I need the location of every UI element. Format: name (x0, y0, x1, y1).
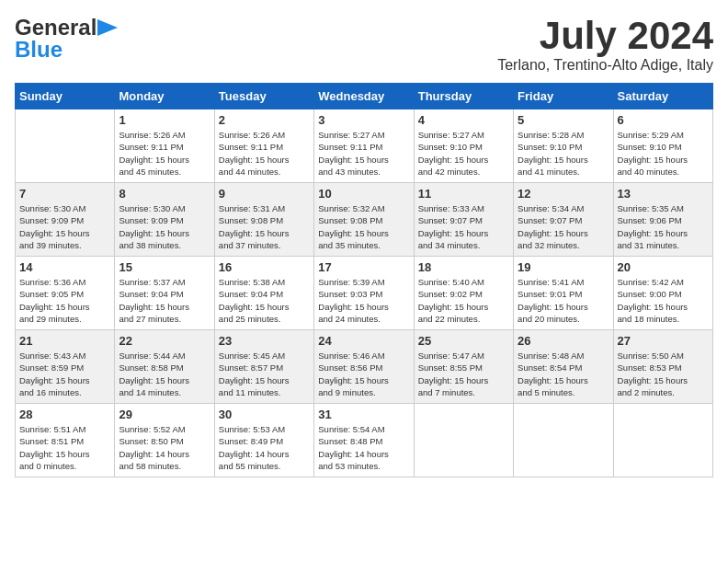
day-info: Sunrise: 5:27 AM Sunset: 9:10 PM Dayligh… (418, 129, 509, 178)
calendar-cell: 28Sunrise: 5:51 AM Sunset: 8:51 PM Dayli… (16, 404, 115, 477)
calendar-cell: 20Sunrise: 5:42 AM Sunset: 9:00 PM Dayli… (613, 257, 712, 330)
day-info: Sunrise: 5:30 AM Sunset: 9:09 PM Dayligh… (19, 202, 110, 251)
day-number: 11 (418, 187, 509, 201)
calendar-cell: 6Sunrise: 5:29 AM Sunset: 9:10 PM Daylig… (613, 109, 712, 183)
calendar-week-row: 28Sunrise: 5:51 AM Sunset: 8:51 PM Dayli… (16, 404, 713, 477)
calendar-cell: 4Sunrise: 5:27 AM Sunset: 9:10 PM Daylig… (414, 109, 513, 183)
calendar-cell: 5Sunrise: 5:28 AM Sunset: 9:10 PM Daylig… (514, 109, 613, 183)
weekday-header-saturday: Saturday (613, 84, 712, 109)
calendar-cell: 18Sunrise: 5:40 AM Sunset: 9:02 PM Dayli… (414, 257, 513, 330)
day-info: Sunrise: 5:32 AM Sunset: 9:08 PM Dayligh… (318, 202, 409, 251)
day-number: 26 (518, 334, 609, 348)
weekday-header-tuesday: Tuesday (214, 84, 313, 109)
day-info: Sunrise: 5:37 AM Sunset: 9:04 PM Dayligh… (119, 276, 210, 325)
day-number: 22 (119, 334, 210, 348)
day-number: 13 (618, 187, 709, 201)
calendar-cell: 13Sunrise: 5:35 AM Sunset: 9:06 PM Dayli… (613, 183, 712, 257)
day-number: 20 (618, 260, 709, 274)
calendar-cell: 27Sunrise: 5:50 AM Sunset: 8:53 PM Dayli… (613, 330, 712, 404)
calendar-cell: 7Sunrise: 5:30 AM Sunset: 9:09 PM Daylig… (16, 183, 115, 257)
weekday-header-row: SundayMondayTuesdayWednesdayThursdayFrid… (16, 84, 713, 109)
day-number: 29 (119, 408, 210, 421)
calendar-cell: 10Sunrise: 5:32 AM Sunset: 9:08 PM Dayli… (314, 183, 414, 257)
day-number: 24 (318, 334, 409, 348)
day-info: Sunrise: 5:40 AM Sunset: 9:02 PM Dayligh… (418, 276, 509, 325)
day-number: 17 (318, 260, 409, 274)
weekday-header-friday: Friday (514, 84, 613, 109)
day-number: 3 (318, 113, 409, 127)
day-number: 21 (19, 334, 110, 348)
weekday-header-monday: Monday (115, 84, 214, 109)
calendar-cell: 23Sunrise: 5:45 AM Sunset: 8:57 PM Dayli… (214, 330, 313, 404)
calendar-cell: 15Sunrise: 5:37 AM Sunset: 9:04 PM Dayli… (115, 257, 214, 330)
day-number: 23 (219, 334, 310, 348)
svg-marker-0 (97, 19, 118, 36)
day-number: 2 (219, 113, 310, 127)
day-info: Sunrise: 5:35 AM Sunset: 9:06 PM Dayligh… (618, 202, 709, 251)
day-info: Sunrise: 5:51 AM Sunset: 8:51 PM Dayligh… (19, 423, 110, 472)
day-info: Sunrise: 5:34 AM Sunset: 9:07 PM Dayligh… (518, 202, 609, 251)
weekday-header-wednesday: Wednesday (314, 84, 414, 109)
page-header: General Blue July 2024 Terlano, Trentino… (15, 15, 713, 74)
calendar-cell: 12Sunrise: 5:34 AM Sunset: 9:07 PM Dayli… (514, 183, 613, 257)
calendar-cell: 1Sunrise: 5:26 AM Sunset: 9:11 PM Daylig… (115, 109, 214, 183)
day-info: Sunrise: 5:53 AM Sunset: 8:49 PM Dayligh… (219, 423, 310, 472)
calendar-cell: 21Sunrise: 5:43 AM Sunset: 8:59 PM Dayli… (16, 330, 115, 404)
day-number: 14 (19, 260, 110, 274)
day-info: Sunrise: 5:29 AM Sunset: 9:10 PM Dayligh… (618, 129, 709, 178)
calendar-cell: 19Sunrise: 5:41 AM Sunset: 9:01 PM Dayli… (514, 257, 613, 330)
day-info: Sunrise: 5:47 AM Sunset: 8:55 PM Dayligh… (418, 350, 509, 398)
day-number: 4 (418, 113, 509, 127)
weekday-header-thursday: Thursday (414, 84, 513, 109)
title-area: July 2024 Terlano, Trentino-Alto Adige, … (497, 15, 713, 74)
calendar-cell: 2Sunrise: 5:26 AM Sunset: 9:11 PM Daylig… (214, 109, 313, 183)
day-number: 9 (219, 187, 310, 201)
calendar-cell (414, 404, 513, 477)
calendar-cell: 8Sunrise: 5:30 AM Sunset: 9:09 PM Daylig… (115, 183, 214, 257)
day-number: 27 (618, 334, 709, 348)
calendar-cell (16, 109, 115, 183)
day-number: 18 (418, 260, 509, 274)
day-number: 7 (19, 187, 110, 201)
location-subtitle: Terlano, Trentino-Alto Adige, Italy (497, 57, 713, 74)
calendar-cell: 14Sunrise: 5:36 AM Sunset: 9:05 PM Dayli… (16, 257, 115, 330)
day-info: Sunrise: 5:36 AM Sunset: 9:05 PM Dayligh… (19, 276, 110, 325)
day-info: Sunrise: 5:50 AM Sunset: 8:53 PM Dayligh… (618, 350, 709, 398)
day-info: Sunrise: 5:31 AM Sunset: 9:08 PM Dayligh… (219, 202, 310, 251)
calendar-cell: 3Sunrise: 5:27 AM Sunset: 9:11 PM Daylig… (314, 109, 414, 183)
calendar-cell: 25Sunrise: 5:47 AM Sunset: 8:55 PM Dayli… (414, 330, 513, 404)
day-info: Sunrise: 5:28 AM Sunset: 9:10 PM Dayligh… (518, 129, 609, 178)
day-info: Sunrise: 5:26 AM Sunset: 9:11 PM Dayligh… (219, 129, 310, 178)
calendar-cell: 16Sunrise: 5:38 AM Sunset: 9:04 PM Dayli… (214, 257, 313, 330)
day-number: 31 (318, 408, 409, 421)
calendar-cell: 31Sunrise: 5:54 AM Sunset: 8:48 PM Dayli… (314, 404, 414, 477)
day-info: Sunrise: 5:39 AM Sunset: 9:03 PM Dayligh… (318, 276, 409, 325)
calendar-cell: 26Sunrise: 5:48 AM Sunset: 8:54 PM Dayli… (514, 330, 613, 404)
calendar-week-row: 1Sunrise: 5:26 AM Sunset: 9:11 PM Daylig… (16, 109, 713, 183)
calendar-cell (514, 404, 613, 477)
calendar-table: SundayMondayTuesdayWednesdayThursdayFrid… (15, 83, 713, 477)
day-number: 6 (618, 113, 709, 127)
day-number: 12 (518, 187, 609, 201)
day-number: 15 (119, 260, 210, 274)
calendar-week-row: 14Sunrise: 5:36 AM Sunset: 9:05 PM Dayli… (16, 257, 713, 330)
day-number: 19 (518, 260, 609, 274)
calendar-cell: 22Sunrise: 5:44 AM Sunset: 8:58 PM Dayli… (115, 330, 214, 404)
day-number: 30 (219, 408, 310, 421)
day-number: 28 (19, 408, 110, 421)
weekday-header-sunday: Sunday (16, 84, 115, 109)
day-info: Sunrise: 5:27 AM Sunset: 9:11 PM Dayligh… (318, 129, 409, 178)
day-number: 10 (318, 187, 409, 201)
calendar-cell: 17Sunrise: 5:39 AM Sunset: 9:03 PM Dayli… (314, 257, 414, 330)
day-info: Sunrise: 5:33 AM Sunset: 9:07 PM Dayligh… (418, 202, 509, 251)
day-info: Sunrise: 5:41 AM Sunset: 9:01 PM Dayligh… (518, 276, 609, 325)
day-info: Sunrise: 5:52 AM Sunset: 8:50 PM Dayligh… (119, 423, 210, 472)
day-info: Sunrise: 5:48 AM Sunset: 8:54 PM Dayligh… (518, 350, 609, 398)
day-number: 1 (119, 113, 210, 127)
calendar-week-row: 21Sunrise: 5:43 AM Sunset: 8:59 PM Dayli… (16, 330, 713, 404)
day-number: 8 (119, 187, 210, 201)
logo-arrow-icon (97, 19, 118, 36)
day-info: Sunrise: 5:38 AM Sunset: 9:04 PM Dayligh… (219, 276, 310, 325)
logo-blue: Blue (15, 37, 63, 63)
logo: General Blue (15, 15, 118, 63)
